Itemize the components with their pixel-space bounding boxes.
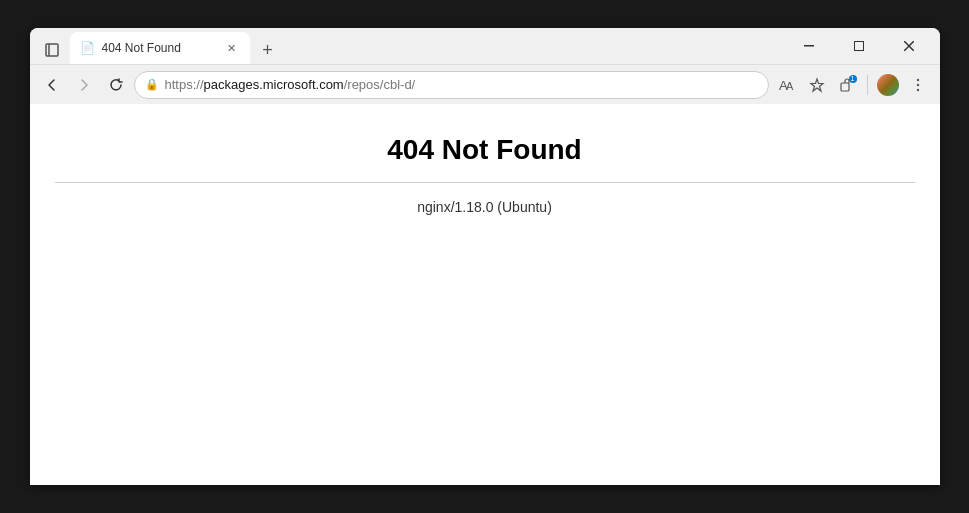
tab-favicon-icon: 📄	[80, 41, 94, 55]
extensions-button[interactable]: 1	[833, 71, 861, 99]
minimize-button[interactable]	[786, 30, 832, 62]
svg-rect-2	[804, 45, 814, 47]
error-heading: 404 Not Found	[387, 134, 581, 166]
close-button[interactable]	[886, 30, 932, 62]
forward-button[interactable]	[70, 71, 98, 99]
browser-tab[interactable]: 📄 404 Not Found ✕	[70, 32, 250, 64]
svg-point-11	[916, 83, 918, 85]
svg-point-12	[916, 88, 918, 90]
svg-text:A: A	[786, 80, 794, 92]
back-button[interactable]	[38, 71, 66, 99]
extensions-badge: 1	[849, 75, 857, 83]
url-prefix: https://	[165, 77, 204, 92]
read-aloud-button[interactable]: A A	[773, 71, 801, 99]
maximize-button[interactable]	[836, 30, 882, 62]
url-path: /repos/cbl-d/	[344, 77, 416, 92]
address-bar[interactable]: 🔒 https://packages.microsoft.com/repos/c…	[134, 71, 769, 99]
profile-button[interactable]	[874, 71, 902, 99]
svg-rect-9	[841, 83, 849, 91]
favorites-button[interactable]	[803, 71, 831, 99]
server-info-text: nginx/1.18.0 (Ubuntu)	[417, 199, 552, 215]
nav-separator	[867, 75, 868, 95]
title-bar: 📄 404 Not Found ✕ +	[30, 28, 940, 64]
tab-close-button[interactable]: ✕	[224, 40, 240, 56]
tab-area: 📄 404 Not Found ✕ +	[38, 28, 782, 64]
svg-marker-8	[811, 79, 823, 91]
reload-button[interactable]	[102, 71, 130, 99]
browser-window: 📄 404 Not Found ✕ +	[30, 28, 940, 485]
svg-rect-0	[46, 44, 58, 56]
svg-point-10	[916, 78, 918, 80]
page-content: 404 Not Found nginx/1.18.0 (Ubuntu)	[30, 104, 940, 485]
window-controls	[786, 30, 932, 62]
navigation-bar: 🔒 https://packages.microsoft.com/repos/c…	[30, 64, 940, 104]
profile-avatar	[877, 74, 899, 96]
tab-title-label: 404 Not Found	[102, 41, 216, 55]
sidebar-toggle-button[interactable]	[38, 36, 66, 64]
settings-menu-button[interactable]	[904, 71, 932, 99]
lock-icon: 🔒	[145, 78, 159, 91]
new-tab-button[interactable]: +	[254, 36, 282, 64]
svg-rect-3	[854, 42, 863, 51]
url-domain: packages.microsoft.com	[204, 77, 344, 92]
url-display: https://packages.microsoft.com/repos/cbl…	[165, 77, 758, 92]
content-divider	[55, 182, 915, 183]
nav-right-icons: A A 1	[773, 71, 932, 99]
